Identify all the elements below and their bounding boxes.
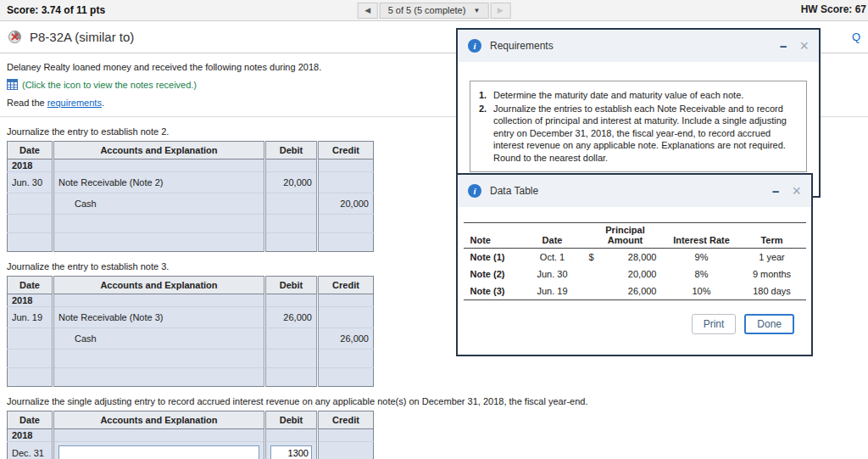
year-cell: 2018	[8, 294, 53, 307]
notes-table: Note Date Principal Amount Interest Rate…	[464, 222, 806, 300]
close-icon[interactable]: ×	[799, 38, 809, 53]
year-cell: 2018	[8, 429, 53, 442]
journal-table-note3: Date Accounts and Explanation Debit Cred…	[7, 276, 374, 387]
credit-cell	[318, 307, 374, 328]
question-help-link[interactable]: Q	[852, 31, 861, 43]
credit-cell: 26,000	[318, 328, 374, 350]
print-button[interactable]: Print	[692, 314, 737, 334]
table-row: Note (2) Jun. 30 20,000 8% 9 months	[464, 266, 806, 283]
account-cell: Note Receivable (Note 3)	[53, 307, 265, 328]
info-icon: i	[468, 184, 481, 198]
notes-header-note: Note	[464, 223, 520, 249]
info-icon: i	[468, 39, 481, 53]
header-date: Date	[8, 411, 53, 429]
notes-header-rate: Interest Rate	[665, 223, 738, 249]
chevron-left-icon: ◀	[364, 6, 370, 14]
header-debit: Debit	[265, 411, 318, 429]
debit-input[interactable]	[270, 445, 312, 459]
notes-header-principal: Principal Amount	[586, 223, 665, 249]
amount-cell: 26,000	[586, 283, 665, 300]
credit-cell	[318, 172, 374, 193]
requirements-dialog-header: i Requirements − ×	[458, 30, 819, 62]
table-row: Note (1) Oct. 1 $28,000 9% 1 year	[464, 249, 806, 266]
similar-to-icon: ×	[7, 29, 23, 45]
year-cell: 2018	[8, 160, 53, 172]
date-cell: Oct. 1	[520, 249, 586, 266]
term-cell: 180 days	[738, 283, 806, 300]
requirement-item: 1. Determine the maturity date and matur…	[479, 89, 798, 102]
journal-table-note2: Date Accounts and Explanation Debit Cred…	[7, 141, 374, 252]
minimize-icon[interactable]: −	[772, 185, 780, 198]
dialog-title: Data Table	[490, 185, 538, 197]
credit-cell: 20,000	[318, 193, 374, 215]
header-accounts: Accounts and Explanation	[53, 277, 265, 294]
note-cell: Note (2)	[464, 266, 520, 283]
chevron-right-icon: ▶	[498, 6, 504, 14]
account-cell: Note Receivable (Note 2)	[53, 172, 265, 193]
question-navigation: ◀ 5 of 5 (5 complete) ▼ ▶	[358, 3, 511, 19]
close-icon[interactable]: ×	[792, 183, 801, 199]
currency-symbol: $	[589, 252, 594, 262]
header-credit: Credit	[318, 142, 374, 160]
debit-cell	[265, 328, 318, 350]
header-accounts: Accounts and Explanation	[53, 142, 265, 160]
rate-cell: 8%	[665, 266, 738, 283]
date-cell: Jun. 19	[8, 307, 53, 328]
date-cell: Jun. 30	[8, 172, 53, 193]
header-date: Date	[8, 277, 53, 294]
account-input[interactable]	[58, 445, 259, 459]
score-text: Score: 3.74 of 11 pts	[0, 4, 105, 16]
done-button[interactable]: Done	[744, 314, 794, 334]
rate-cell: 9%	[665, 249, 738, 266]
requirement-item: 2. Journalize the entries to establish e…	[479, 103, 798, 165]
account-cell: Cash	[53, 328, 265, 350]
requirements-dialog: i Requirements − × 1. Determine the matu…	[456, 28, 821, 198]
data-table-icon[interactable]	[7, 79, 18, 90]
prev-question-button[interactable]: ◀	[358, 3, 378, 19]
date-cell: Dec. 31	[8, 442, 53, 459]
hw-score-text: HW Score: 67	[801, 3, 866, 15]
view-notes-link[interactable]: (Click the icon to view the notes receiv…	[22, 80, 197, 90]
header-credit: Credit	[318, 411, 374, 429]
header-debit: Debit	[265, 142, 318, 160]
notes-header-date: Date	[520, 223, 586, 249]
data-table-dialog: i Data Table − × Note Date Principal Amo…	[456, 173, 813, 356]
note-cell: Note (3)	[464, 283, 520, 300]
term-cell: 1 year	[738, 249, 806, 266]
header-accounts: Accounts and Explanation	[53, 411, 265, 429]
requirements-list: 1. Determine the maturity date and matur…	[470, 81, 807, 172]
minimize-icon[interactable]: −	[780, 40, 787, 53]
next-question-button[interactable]: ▶	[490, 3, 510, 19]
note-cell: Note (1)	[464, 249, 520, 266]
question-selector-label: 5 of 5 (5 complete)	[388, 5, 466, 15]
data-table-dialog-header: i Data Table − ×	[458, 175, 811, 207]
account-cell: Cash	[53, 193, 265, 215]
table-row: Note (3) Jun. 19 26,000 10% 180 days	[464, 283, 806, 300]
requirements-link[interactable]: requirements	[47, 98, 102, 108]
top-score-bar: Score: 3.74 of 11 pts ◀ 5 of 5 (5 comple…	[0, 0, 868, 21]
question-selector[interactable]: 5 of 5 (5 complete) ▼	[380, 3, 489, 19]
date-cell: Jun. 30	[520, 266, 586, 283]
journal-table-adjusting: Date Accounts and Explanation Debit Cred…	[7, 411, 374, 459]
header-debit: Debit	[265, 277, 318, 294]
instruction-adjusting: Journalize the single adjusting entry to…	[7, 396, 861, 406]
amount-cell: 20,000	[586, 266, 665, 283]
debit-cell	[265, 193, 318, 215]
debit-cell: 20,000	[265, 172, 318, 193]
amount-cell: $28,000	[586, 249, 665, 266]
header-credit: Credit	[318, 277, 374, 294]
dialog-title: Requirements	[490, 40, 554, 52]
header-date: Date	[8, 142, 53, 160]
chevron-down-icon: ▼	[473, 7, 480, 14]
rate-cell: 10%	[665, 283, 738, 300]
date-cell: Jun. 19	[520, 283, 586, 300]
term-cell: 9 months	[738, 266, 806, 283]
page-title: P8-32A (similar to)	[30, 30, 134, 44]
notes-header-term: Term	[738, 223, 806, 249]
debit-cell: 26,000	[265, 307, 318, 328]
